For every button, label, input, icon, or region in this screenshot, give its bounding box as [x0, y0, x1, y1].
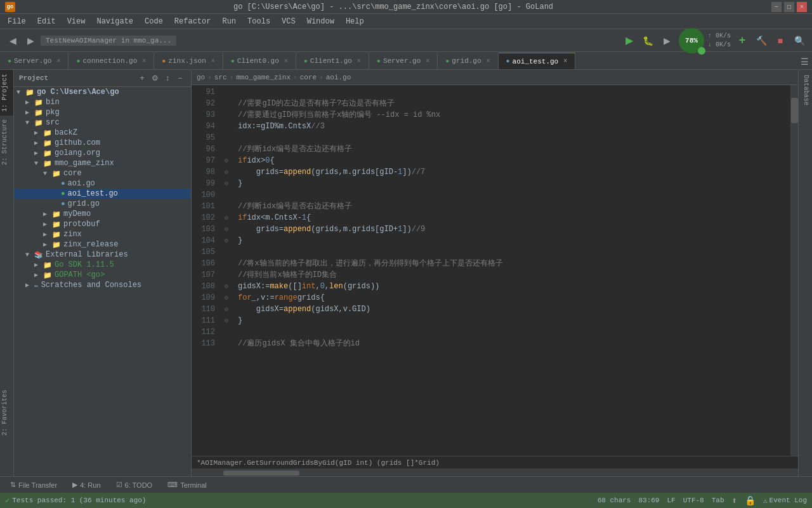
function-hint-text: *AOIManager.GetSurroundGridsByGid(gID in…	[197, 459, 440, 467]
tree-item-golang[interactable]: ▶ 📁 golang.org	[14, 148, 191, 158]
file-tree: ▼ 📁 go C:\Users\Ace\go ▶ 📁 bin ▶ 📁 pkg	[14, 87, 191, 476]
sidebar: Project + ⚙ ↕ − ▼ 📁 go C:\Users\Ace\go	[14, 70, 192, 476]
menu-vcs[interactable]: VCS	[277, 16, 301, 27]
status-encoding[interactable]: UTF-8	[683, 497, 704, 504]
status-indent[interactable]: Tab	[712, 497, 724, 504]
code-line-100	[233, 189, 790, 201]
sidebar-sort-btn[interactable]: ↕	[162, 72, 173, 84]
tree-item-aoi-test-go[interactable]: ▶ ● aoi_test.go	[14, 189, 191, 199]
menu-run[interactable]: Run	[217, 16, 241, 27]
status-chars[interactable]: 68 chars	[598, 497, 631, 504]
tab-client1-go[interactable]: ● Client1.go ×	[296, 53, 369, 69]
tree-item-external-libs[interactable]: ▼ 📚 External Libraries	[14, 250, 191, 260]
tree-item-mmo[interactable]: ▼ 📁 mmo_game_zinx	[14, 158, 191, 168]
tab-client0-go[interactable]: ● Client0.go ×	[223, 53, 296, 69]
tab-connection-go[interactable]: ● connection.go ×	[69, 53, 154, 69]
tree-item-zinx-release[interactable]: ▶ 📁 zinx_release	[14, 239, 191, 250]
code-line-97: if idx > 0 {	[233, 155, 790, 166]
vertical-scrollbar[interactable]	[790, 85, 798, 456]
test-status-text[interactable]: Tests passed: 1 (36 minutes ago)	[12, 497, 146, 504]
tree-item-aoi-go[interactable]: ▶ ● aoi.go	[14, 178, 191, 189]
stop-button[interactable]: ■	[773, 33, 788, 48]
tree-item-grid-go[interactable]: ▶ ● grid.go	[14, 199, 191, 209]
event-log-link[interactable]: ⚠ Event Log	[763, 497, 807, 505]
menu-bar: File Edit View Navigate Code Refactor Ru…	[0, 14, 812, 29]
tree-item-go-root[interactable]: ▼ 📁 go C:\Users\Ace\go	[14, 87, 191, 97]
run-button[interactable]: ▶	[622, 33, 637, 48]
menu-refactor[interactable]: Refactor	[169, 16, 216, 27]
file-transfer-button[interactable]: ⇅ File Transfer	[5, 479, 62, 490]
favorites-panel-tab[interactable]: 2: Favorites	[0, 387, 13, 438]
file-transfer-icon: ⇅	[10, 481, 16, 489]
tree-item-mydemo[interactable]: ▶ 📁 myDemo	[14, 209, 191, 219]
code-editor[interactable]: 91 92 93 94 95 96 97 98 99 100 101 102 1…	[192, 85, 798, 456]
left-panel-tabs: 1: Project 2: Structure 2: Favorites	[0, 70, 14, 476]
menu-file[interactable]: File	[3, 16, 31, 27]
toolbar: ◀ ▶ TestNewAOIManager in mmo_ga... ▶ 🐛 ▶…	[0, 29, 812, 52]
breadcrumb-go[interactable]: go	[197, 74, 205, 81]
add-button[interactable]: +	[735, 33, 750, 48]
test-status-icon: ✓	[5, 496, 10, 505]
toolbar-back-button[interactable]: ◀	[5, 33, 20, 48]
run-panel-button[interactable]: ▶ 4: Run	[67, 479, 105, 490]
project-panel-tab[interactable]: 1: Project	[0, 70, 13, 116]
tree-item-go-sdk[interactable]: ▶ 📁 Go SDK 1.11.5	[14, 260, 191, 270]
code-line-111: }	[233, 315, 790, 326]
sidebar-title: Project	[19, 74, 48, 82]
code-content[interactable]: //需要gID的左边是否有格子?右边是否有格子 //需要通过gID得到当前格子x…	[233, 85, 790, 456]
structure-panel-tab[interactable]: 2: Structure	[0, 116, 13, 169]
tree-item-backz[interactable]: ▶ 📁 backZ	[14, 128, 191, 138]
status-position[interactable]: 83:69	[638, 497, 659, 504]
tree-item-pkg[interactable]: ▶ 📁 pkg	[14, 107, 191, 117]
tree-item-gopath[interactable]: ▶ 📁 GOPATH <go>	[14, 270, 191, 280]
breadcrumb-core[interactable]: core	[300, 74, 317, 81]
run-config-label[interactable]: TestNewAOIManager in mmo_ga...	[41, 36, 176, 46]
code-line-106: //将x轴当前的格子都取出，进行遍历，再分别得到每个格子上下是否还有格子	[233, 258, 790, 269]
lock-icon: 🔒	[745, 495, 756, 506]
breadcrumb-src[interactable]: src	[214, 74, 227, 81]
breadcrumb-mmo[interactable]: mmo_game_zinx	[236, 74, 291, 81]
tree-item-scratches[interactable]: ▶ ✏️ Scratches and Consoles	[14, 280, 191, 290]
tree-item-core[interactable]: ▼ 📁 core	[14, 168, 191, 178]
database-panel-tab[interactable]: Database	[799, 70, 812, 110]
minimize-button[interactable]: −	[771, 2, 782, 12]
tree-item-github[interactable]: ▶ 📁 github.com	[14, 138, 191, 148]
code-line-99: }	[233, 178, 790, 189]
menu-tools[interactable]: Tools	[242, 16, 275, 27]
menu-edit[interactable]: Edit	[32, 16, 61, 27]
menu-code[interactable]: Code	[140, 16, 168, 27]
build-button[interactable]: 🔨	[754, 33, 769, 48]
breadcrumb-file[interactable]: aoi.go	[326, 74, 351, 81]
code-line-108: gidsX := make([]int, 0, len(grids))	[233, 281, 790, 292]
terminal-panel-button[interactable]: ⌨ Terminal	[162, 479, 212, 490]
tab-settings-button[interactable]: ☰	[797, 54, 812, 69]
status-bar: ✓ Tests passed: 1 (36 minutes ago) 68 ch…	[0, 493, 812, 508]
tree-item-protobuf[interactable]: ▶ 📁 protobuf	[14, 219, 191, 229]
menu-window[interactable]: Window	[302, 16, 339, 27]
code-line-92: //需要gID的左边是否有格子?右边是否有格子	[233, 98, 790, 109]
search-button[interactable]: 🔍	[792, 33, 807, 48]
tab-server-go[interactable]: ● Server.go ×	[0, 53, 69, 69]
close-button[interactable]: ×	[797, 2, 807, 12]
todo-panel-button[interactable]: ☑ 6: TODO	[111, 479, 158, 490]
run-progress: 78%	[679, 28, 704, 53]
coverage-button[interactable]: ▶	[660, 33, 675, 48]
menu-help[interactable]: Help	[341, 16, 369, 27]
toolbar-forward-button[interactable]: ▶	[23, 33, 38, 48]
tree-item-src[interactable]: ▼ 📁 src	[14, 117, 191, 128]
menu-navigate[interactable]: Navigate	[91, 16, 138, 27]
tree-item-zinx[interactable]: ▶ 📁 zinx	[14, 229, 191, 239]
tree-item-bin[interactable]: ▶ 📁 bin	[14, 97, 191, 107]
status-line-ending[interactable]: LF	[667, 497, 675, 504]
debug-button[interactable]: 🐛	[641, 33, 656, 48]
tab-zinx-json[interactable]: ● zinx.json ×	[154, 53, 223, 69]
sidebar-collapse-btn[interactable]: −	[174, 72, 186, 84]
menu-view[interactable]: View	[62, 16, 91, 27]
maximize-button[interactable]: □	[784, 2, 794, 12]
tab-server2-go[interactable]: ● Server.go ×	[369, 53, 438, 69]
sidebar-add-btn[interactable]: +	[136, 72, 148, 84]
sidebar-settings-btn[interactable]: ⚙	[149, 72, 160, 84]
tab-aoi-test-go[interactable]: ● aoi_test.go ×	[499, 53, 576, 69]
horizontal-scrollbar[interactable]	[192, 469, 798, 476]
tab-grid-go[interactable]: ● grid.go ×	[438, 53, 498, 69]
